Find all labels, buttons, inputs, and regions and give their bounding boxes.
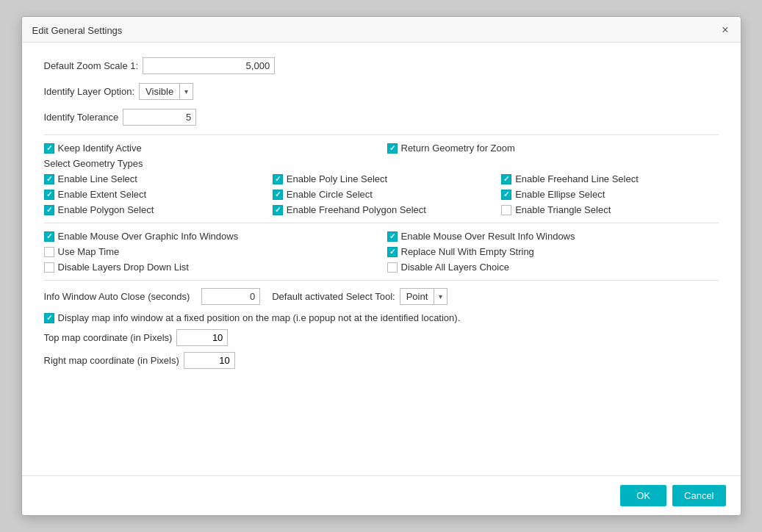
right-coord-label: Right map coordinate (in Pixels) [44,355,179,366]
top-coord-input[interactable] [176,329,228,346]
checkbox-enable-poly-line-select: Enable Poly Line Select [273,173,489,184]
enable-freehand-polygon-select-checkbox[interactable] [273,205,283,215]
replace-null-empty-string-checkbox[interactable] [387,247,398,257]
checkbox-enable-line-select: Enable Line Select [44,173,261,184]
auto-close-row: Info Window Auto Close (seconds) Default… [44,288,719,305]
display-map-info-checkbox[interactable] [44,313,54,323]
checkbox-return-geometry-zoom: Return Geometry for Zoom [387,143,719,154]
checkbox-enable-polygon-select: Enable Polygon Select [44,204,261,215]
options-checkboxes: Enable Mouse Over Graphic Info Windows E… [44,231,719,273]
enable-extent-select-checkbox[interactable] [44,190,54,200]
return-geometry-zoom-checkbox[interactable] [387,143,398,154]
enable-poly-line-select-label: Enable Poly Line Select [287,173,387,184]
identify-layer-dropdown[interactable]: Visible ▾ [139,83,193,100]
disable-all-layers-choice-label: Disable All Layers Choice [401,262,509,273]
enable-poly-line-select-checkbox[interactable] [273,174,283,184]
checkbox-enable-freehand-line-select: Enable Freehand Line Select [501,173,718,184]
checkbox-enable-freehand-polygon-select: Enable Freehand Polygon Select [273,204,489,215]
checkbox-enable-ellipse-select: Enable Ellipse Select [501,189,718,200]
enable-extent-select-label: Enable Extent Select [58,189,147,200]
checkbox-disable-layers-dropdown: Disable Layers Drop Down List [44,262,375,273]
dialog-footer: OK Cancel [22,475,741,515]
enable-triangle-select-checkbox[interactable] [501,205,511,215]
disable-layers-dropdown-checkbox[interactable] [44,262,54,273]
enable-freehand-line-select-label: Enable Freehand Line Select [515,173,639,184]
checkbox-replace-null-empty-string: Replace Null With Empty String [387,246,719,257]
enable-ellipse-select-label: Enable Ellipse Select [515,189,605,200]
right-coord-input[interactable] [184,352,235,369]
top-coord-label: Top map coordinate (in Pixels) [44,332,173,343]
enable-triangle-select-label: Enable Triangle Select [515,204,611,215]
enable-line-select-label: Enable Line Select [58,173,137,184]
ok-button[interactable]: OK [620,485,666,506]
section-geometry-types-title: Select Geometry Types [44,158,719,169]
right-coord-row: Right map coordinate (in Pixels) [44,352,719,369]
identify-layer-row: Identify Layer Option: Visible ▾ [44,83,719,100]
dialog-title: Edit General Settings [32,25,123,36]
checkbox-keep-identify-active: Keep Identify Active [44,143,375,154]
enable-mouse-over-result-checkbox[interactable] [387,231,398,242]
checkbox-enable-circle-select: Enable Circle Select [273,189,489,200]
enable-mouse-over-graphic-checkbox[interactable] [44,231,54,242]
enable-freehand-polygon-select-label: Enable Freehand Polygon Select [287,204,426,215]
divider-3 [44,280,719,281]
enable-polygon-select-checkbox[interactable] [44,205,54,215]
enable-mouse-over-result-label: Enable Mouse Over Result Info Windows [401,231,575,242]
geometry-checkboxes-grid: Enable Line Select Enable Poly Line Sele… [44,173,719,215]
return-geometry-zoom-label: Return Geometry for Zoom [401,143,515,154]
enable-polygon-select-label: Enable Polygon Select [58,204,154,215]
checkbox-use-map-time: Use Map Time [44,246,375,257]
top-coord-row: Top map coordinate (in Pixels) [44,329,719,346]
checkbox-enable-mouse-over-result: Enable Mouse Over Result Info Windows [387,231,719,242]
select-tool-dropdown[interactable]: Point ▾ [400,288,448,305]
top-checkboxes: Keep Identify Active Return Geometry for… [44,143,719,154]
zoom-scale-label: Default Zoom Scale 1: [44,60,139,71]
enable-ellipse-select-checkbox[interactable] [501,190,511,200]
auto-close-input[interactable] [201,288,260,305]
keep-identify-active-label: Keep Identify Active [58,143,142,154]
checkbox-enable-extent-select: Enable Extent Select [44,189,261,200]
identify-tolerance-label: Identify Tolerance [44,112,119,123]
cancel-button[interactable]: Cancel [672,485,725,506]
enable-circle-select-checkbox[interactable] [273,190,283,200]
select-tool-label: Default activated Select Tool: [272,291,395,302]
divider-1 [44,134,719,135]
enable-circle-select-label: Enable Circle Select [287,189,373,200]
chevron-down-icon[interactable]: ▾ [180,85,193,98]
dialog-title-bar: Edit General Settings × [22,17,741,43]
keep-identify-active-checkbox[interactable] [44,143,54,154]
select-tool-value: Point [400,289,435,304]
use-map-time-checkbox[interactable] [44,247,54,257]
checkbox-disable-all-layers-choice: Disable All Layers Choice [387,262,719,273]
close-button[interactable]: × [720,24,730,36]
identify-layer-value: Visible [140,84,180,99]
checkbox-display-map-info: Display map info window at a fixed posit… [44,312,719,323]
enable-freehand-line-select-checkbox[interactable] [501,174,511,184]
zoom-scale-row: Default Zoom Scale 1: [44,57,719,74]
identify-layer-label: Identify Layer Option: [44,86,135,97]
replace-null-empty-string-label: Replace Null With Empty String [401,246,534,257]
disable-layers-dropdown-label: Disable Layers Drop Down List [58,262,189,273]
disable-all-layers-choice-checkbox[interactable] [387,262,398,273]
edit-general-settings-dialog: Edit General Settings × Default Zoom Sca… [21,16,741,516]
select-tool-wrapper: Default activated Select Tool: Point ▾ [272,288,448,305]
zoom-scale-input[interactable] [143,57,275,74]
checkbox-enable-triangle-select: Enable Triangle Select [501,204,718,215]
use-map-time-label: Use Map Time [58,246,120,257]
enable-mouse-over-graphic-label: Enable Mouse Over Graphic Info Windows [58,231,239,242]
dialog-body: Default Zoom Scale 1: Identify Layer Opt… [22,43,741,434]
display-map-info-label: Display map info window at a fixed posit… [58,312,461,323]
checkbox-enable-mouse-over-graphic: Enable Mouse Over Graphic Info Windows [44,231,375,242]
auto-close-label: Info Window Auto Close (seconds) [44,291,190,302]
enable-line-select-checkbox[interactable] [44,174,54,184]
select-tool-chevron-down-icon[interactable]: ▾ [434,290,447,303]
divider-2 [44,223,719,223]
identify-tolerance-input[interactable] [123,109,196,126]
identify-tolerance-row: Identify Tolerance [44,109,719,126]
